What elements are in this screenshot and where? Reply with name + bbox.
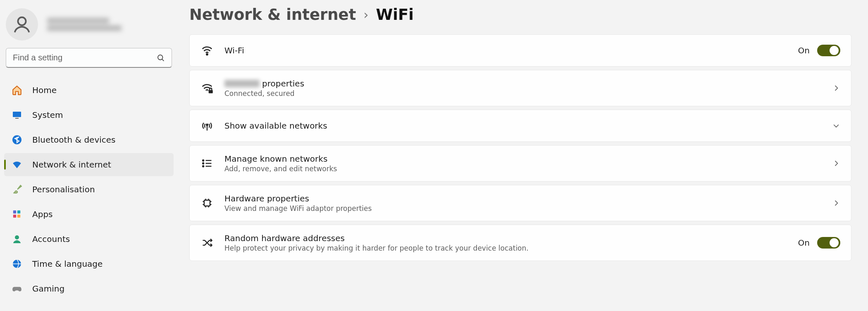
apps-icon xyxy=(12,209,22,220)
row-title: Hardware properties xyxy=(224,194,821,203)
nav-label: System xyxy=(32,110,63,120)
monitor-icon xyxy=(12,110,22,120)
svg-point-9 xyxy=(15,235,19,239)
row-subtitle: Connected, secured xyxy=(224,89,821,98)
chevron-right-icon xyxy=(832,199,840,207)
row-subtitle: Add, remove, and edit networks xyxy=(224,165,821,173)
svg-point-16 xyxy=(203,165,204,167)
profile-name-redacted xyxy=(47,16,122,33)
row-subtitle: Help protect your privacy by making it h… xyxy=(224,244,787,252)
search-icon xyxy=(157,54,165,62)
svg-point-11 xyxy=(206,54,207,55)
row-random-hw[interactable]: Random hardware addresses Help protect y… xyxy=(189,225,851,261)
sidebar: Home System Bluetooth & devices Network … xyxy=(0,0,178,311)
svg-point-0 xyxy=(18,17,26,25)
wifi-lock-icon xyxy=(200,81,214,95)
account-icon xyxy=(12,234,22,244)
svg-point-15 xyxy=(203,163,204,164)
random-state-label: On xyxy=(798,238,810,248)
nav-label: Time & language xyxy=(32,259,103,269)
nav-label: Bluetooth & devices xyxy=(32,135,116,145)
nav-item-personalisation[interactable]: Personalisation xyxy=(4,178,174,201)
breadcrumb-parent[interactable]: Network & internet xyxy=(189,6,356,24)
wifi-icon xyxy=(12,159,22,170)
row-title: Manage known networks xyxy=(224,154,821,164)
globe-clock-icon xyxy=(12,258,22,269)
nav-item-network[interactable]: Network & internet xyxy=(4,153,174,176)
nav-item-bluetooth[interactable]: Bluetooth & devices xyxy=(4,128,174,151)
nav-label: Home xyxy=(32,85,57,95)
svg-rect-17 xyxy=(204,200,210,206)
random-hw-toggle[interactable] xyxy=(817,237,840,249)
chevron-right-icon: › xyxy=(363,7,368,22)
svg-point-14 xyxy=(203,160,204,161)
svg-rect-7 xyxy=(13,215,16,218)
nav-label: Accounts xyxy=(32,234,70,244)
wifi-icon xyxy=(200,44,214,57)
gamepad-icon xyxy=(12,283,22,294)
row-network-properties[interactable]: properties Connected, secured xyxy=(189,70,851,106)
nav-item-apps[interactable]: Apps xyxy=(4,203,174,226)
wifi-toggle[interactable] xyxy=(817,45,840,56)
avatar xyxy=(6,8,38,41)
row-hardware-properties[interactable]: Hardware properties View and manage WiFi… xyxy=(189,185,851,221)
row-title: Show available networks xyxy=(224,121,821,131)
row-show-available[interactable]: Show available networks xyxy=(189,110,851,142)
antenna-icon xyxy=(200,119,214,132)
breadcrumb-current: WiFi xyxy=(376,6,413,24)
svg-rect-2 xyxy=(13,112,21,117)
profile-header[interactable] xyxy=(0,6,178,48)
breadcrumb: Network & internet › WiFi xyxy=(189,6,851,24)
svg-rect-3 xyxy=(15,118,19,119)
svg-rect-5 xyxy=(13,211,16,213)
nav-item-home[interactable]: Home xyxy=(4,79,174,102)
home-icon xyxy=(12,85,22,96)
chevron-down-icon xyxy=(832,122,840,130)
nav-label: Apps xyxy=(32,209,53,219)
nav-list: Home System Bluetooth & devices Network … xyxy=(0,76,178,300)
nav-item-accounts[interactable]: Accounts xyxy=(4,227,174,251)
bluetooth-icon xyxy=(12,134,22,145)
nav-item-gaming[interactable]: Gaming xyxy=(4,277,174,300)
list-icon xyxy=(200,157,214,170)
row-title: Random hardware addresses xyxy=(224,233,787,243)
main-content: Network & internet › WiFi Wi-Fi On prope… xyxy=(178,0,868,311)
chevron-right-icon xyxy=(832,159,840,167)
row-manage-known[interactable]: Manage known networks Add, remove, and e… xyxy=(189,145,851,182)
nav-item-system[interactable]: System xyxy=(4,103,174,127)
row-title: Wi-Fi xyxy=(224,45,787,55)
row-title: properties xyxy=(224,79,821,89)
row-wifi-toggle[interactable]: Wi-Fi On xyxy=(189,34,851,67)
shuffle-icon xyxy=(200,236,214,249)
chip-icon xyxy=(200,196,214,210)
svg-rect-6 xyxy=(17,211,20,213)
row-subtitle: View and manage WiFi adaptor properties xyxy=(224,204,821,213)
nav-label: Network & internet xyxy=(32,160,111,170)
nav-label: Personalisation xyxy=(32,184,95,194)
nav-label: Gaming xyxy=(32,284,64,294)
nav-item-time[interactable]: Time & language xyxy=(4,252,174,275)
ssid-redacted xyxy=(224,80,260,87)
svg-rect-8 xyxy=(17,215,20,218)
svg-point-1 xyxy=(158,55,163,60)
chevron-right-icon xyxy=(832,84,840,92)
svg-rect-12 xyxy=(209,90,213,93)
person-icon xyxy=(12,15,31,34)
brush-icon xyxy=(12,184,22,195)
wifi-state-label: On xyxy=(798,45,810,55)
search-input[interactable] xyxy=(13,53,153,62)
search-box[interactable] xyxy=(6,48,172,68)
